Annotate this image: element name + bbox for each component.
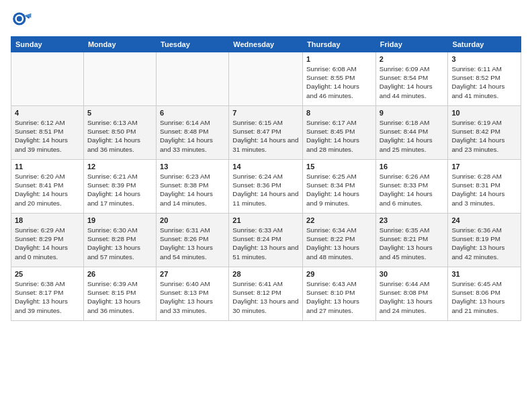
day-info: Sunrise: 6:33 AMSunset: 8:24 PMDaylight:… (232, 226, 299, 261)
day-number: 21 (232, 216, 299, 224)
calendar-cell: 12Sunrise: 6:21 AMSunset: 8:39 PMDayligh… (83, 160, 156, 214)
calendar-header-monday: Monday (83, 37, 156, 52)
day-info: Sunrise: 6:09 AMSunset: 8:54 PMDaylight:… (380, 64, 445, 100)
day-info: Sunrise: 6:38 AMSunset: 8:17 PMDaylight:… (15, 279, 80, 315)
day-number: 30 (380, 270, 445, 278)
calendar-cell: 23Sunrise: 6:35 AMSunset: 8:21 PMDayligh… (375, 214, 448, 267)
calendar-cell (157, 52, 229, 106)
day-info: Sunrise: 6:26 AMSunset: 8:33 PMDaylight:… (380, 172, 445, 208)
calendar-cell: 2Sunrise: 6:09 AMSunset: 8:54 PMDaylight… (375, 52, 448, 106)
day-info: Sunrise: 6:24 AMSunset: 8:36 PMDaylight:… (232, 172, 299, 208)
day-info: Sunrise: 6:41 AMSunset: 8:12 PMDaylight:… (232, 279, 299, 315)
day-number: 2 (380, 55, 445, 63)
calendar-cell: 20Sunrise: 6:31 AMSunset: 8:26 PMDayligh… (157, 214, 229, 267)
calendar-cell (11, 52, 84, 106)
day-number: 15 (306, 163, 372, 171)
calendar-table: SundayMondayTuesdayWednesdayThursdayFrid… (11, 36, 521, 321)
day-info: Sunrise: 6:25 AMSunset: 8:34 PMDaylight:… (306, 172, 372, 208)
day-number: 25 (15, 270, 80, 278)
day-info: Sunrise: 6:13 AMSunset: 8:50 PMDaylight:… (87, 118, 152, 154)
calendar-week-row: 4Sunrise: 6:12 AMSunset: 8:51 PMDaylight… (11, 106, 521, 160)
calendar-cell: 29Sunrise: 6:43 AMSunset: 8:10 PMDayligh… (303, 267, 376, 321)
calendar-cell: 28Sunrise: 6:41 AMSunset: 8:12 PMDayligh… (229, 267, 303, 321)
day-info: Sunrise: 6:35 AMSunset: 8:21 PMDaylight:… (380, 226, 445, 261)
day-info: Sunrise: 6:20 AMSunset: 8:41 PMDaylight:… (15, 172, 80, 208)
calendar-week-row: 18Sunrise: 6:29 AMSunset: 8:29 PMDayligh… (11, 214, 521, 267)
calendar-cell: 16Sunrise: 6:26 AMSunset: 8:33 PMDayligh… (375, 160, 448, 214)
calendar-cell: 4Sunrise: 6:12 AMSunset: 8:51 PMDaylight… (11, 106, 84, 160)
calendar-header-thursday: Thursday (303, 37, 376, 52)
calendar-week-row: 11Sunrise: 6:20 AMSunset: 8:41 PMDayligh… (11, 160, 521, 214)
day-number: 28 (232, 270, 299, 278)
calendar-cell: 15Sunrise: 6:25 AMSunset: 8:34 PMDayligh… (303, 160, 376, 214)
calendar-cell: 10Sunrise: 6:19 AMSunset: 8:42 PMDayligh… (448, 106, 521, 160)
calendar-cell: 5Sunrise: 6:13 AMSunset: 8:50 PMDaylight… (83, 106, 156, 160)
calendar-cell: 3Sunrise: 6:11 AMSunset: 8:52 PMDaylight… (448, 52, 521, 106)
calendar-header-row: SundayMondayTuesdayWednesdayThursdayFrid… (11, 37, 521, 52)
day-number: 6 (160, 109, 225, 117)
day-info: Sunrise: 6:15 AMSunset: 8:47 PMDaylight:… (232, 118, 299, 154)
day-info: Sunrise: 6:30 AMSunset: 8:28 PMDaylight:… (87, 226, 152, 261)
day-number: 19 (87, 216, 152, 224)
calendar-cell: 22Sunrise: 6:34 AMSunset: 8:22 PMDayligh… (303, 214, 376, 267)
calendar-cell: 13Sunrise: 6:23 AMSunset: 8:38 PMDayligh… (157, 160, 229, 214)
day-number: 9 (380, 109, 445, 117)
day-info: Sunrise: 6:17 AMSunset: 8:45 PMDaylight:… (306, 118, 372, 154)
calendar-header-wednesday: Wednesday (229, 37, 303, 52)
day-number: 8 (306, 109, 372, 117)
day-number: 24 (451, 216, 517, 224)
day-number: 27 (160, 270, 225, 278)
calendar-cell: 31Sunrise: 6:45 AMSunset: 8:06 PMDayligh… (448, 267, 521, 321)
day-number: 18 (15, 216, 80, 224)
day-info: Sunrise: 6:34 AMSunset: 8:22 PMDaylight:… (306, 226, 372, 261)
calendar-cell: 26Sunrise: 6:39 AMSunset: 8:15 PMDayligh… (83, 267, 156, 321)
calendar-cell: 24Sunrise: 6:36 AMSunset: 8:19 PMDayligh… (448, 214, 521, 267)
day-number: 13 (160, 163, 225, 171)
page: SundayMondayTuesdayWednesdayThursdayFrid… (0, 0, 532, 411)
calendar-week-row: 1Sunrise: 6:08 AMSunset: 8:55 PMDaylight… (11, 52, 521, 106)
day-info: Sunrise: 6:28 AMSunset: 8:31 PMDaylight:… (451, 172, 517, 208)
calendar-cell: 21Sunrise: 6:33 AMSunset: 8:24 PMDayligh… (229, 214, 303, 267)
calendar-cell: 14Sunrise: 6:24 AMSunset: 8:36 PMDayligh… (229, 160, 303, 214)
day-info: Sunrise: 6:19 AMSunset: 8:42 PMDaylight:… (451, 118, 517, 154)
calendar-cell: 19Sunrise: 6:30 AMSunset: 8:28 PMDayligh… (83, 214, 156, 267)
calendar-cell: 17Sunrise: 6:28 AMSunset: 8:31 PMDayligh… (448, 160, 521, 214)
day-number: 22 (306, 216, 372, 224)
calendar-cell: 25Sunrise: 6:38 AMSunset: 8:17 PMDayligh… (11, 267, 84, 321)
day-info: Sunrise: 6:40 AMSunset: 8:13 PMDaylight:… (160, 279, 225, 315)
calendar-cell (83, 52, 156, 106)
day-number: 29 (306, 270, 372, 278)
calendar-cell: 1Sunrise: 6:08 AMSunset: 8:55 PMDaylight… (303, 52, 376, 106)
day-info: Sunrise: 6:36 AMSunset: 8:19 PMDaylight:… (451, 226, 517, 261)
calendar-header-saturday: Saturday (448, 37, 521, 52)
day-number: 1 (306, 55, 372, 63)
day-info: Sunrise: 6:18 AMSunset: 8:44 PMDaylight:… (380, 118, 445, 154)
day-number: 17 (451, 163, 517, 171)
day-info: Sunrise: 6:11 AMSunset: 8:52 PMDaylight:… (451, 64, 517, 100)
calendar-cell: 6Sunrise: 6:14 AMSunset: 8:48 PMDaylight… (157, 106, 229, 160)
day-info: Sunrise: 6:39 AMSunset: 8:15 PMDaylight:… (87, 279, 152, 315)
logo (11, 8, 35, 30)
day-number: 3 (451, 55, 517, 63)
day-info: Sunrise: 6:21 AMSunset: 8:39 PMDaylight:… (87, 172, 152, 208)
calendar-header-tuesday: Tuesday (157, 37, 229, 52)
day-info: Sunrise: 6:44 AMSunset: 8:08 PMDaylight:… (380, 279, 445, 315)
calendar-cell: 8Sunrise: 6:17 AMSunset: 8:45 PMDaylight… (303, 106, 376, 160)
day-info: Sunrise: 6:08 AMSunset: 8:55 PMDaylight:… (306, 64, 372, 100)
day-number: 12 (87, 163, 152, 171)
calendar-cell: 9Sunrise: 6:18 AMSunset: 8:44 PMDaylight… (375, 106, 448, 160)
calendar-cell: 7Sunrise: 6:15 AMSunset: 8:47 PMDaylight… (229, 106, 303, 160)
calendar-cell: 11Sunrise: 6:20 AMSunset: 8:41 PMDayligh… (11, 160, 84, 214)
day-info: Sunrise: 6:45 AMSunset: 8:06 PMDaylight:… (451, 279, 517, 315)
day-number: 4 (15, 109, 80, 117)
calendar-cell: 27Sunrise: 6:40 AMSunset: 8:13 PMDayligh… (157, 267, 229, 321)
calendar-cell: 18Sunrise: 6:29 AMSunset: 8:29 PMDayligh… (11, 214, 84, 267)
calendar-header-sunday: Sunday (11, 37, 84, 52)
logo-icon (11, 8, 32, 30)
day-info: Sunrise: 6:14 AMSunset: 8:48 PMDaylight:… (160, 118, 225, 154)
day-number: 11 (15, 163, 80, 171)
calendar-cell (229, 52, 303, 106)
day-info: Sunrise: 6:31 AMSunset: 8:26 PMDaylight:… (160, 226, 225, 261)
day-number: 31 (451, 270, 517, 278)
day-number: 10 (451, 109, 517, 117)
